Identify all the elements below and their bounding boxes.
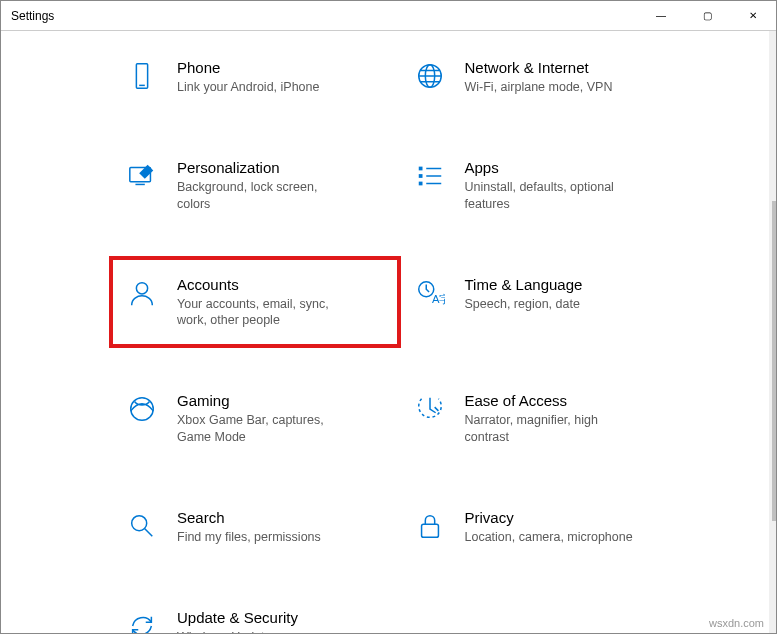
item-title: Ease of Access (465, 392, 635, 409)
item-desc: Windows Update, recovery, backup (177, 629, 347, 633)
item-desc: Link your Android, iPhone (177, 79, 319, 95)
maximize-button[interactable]: ▢ (684, 1, 730, 30)
minimize-button[interactable]: — (638, 1, 684, 30)
item-title: Apps (465, 159, 635, 176)
item-title: Update & Security (177, 609, 347, 626)
close-button[interactable]: ✕ (730, 1, 776, 30)
settings-item-search[interactable]: Search Find my files, permissions (121, 501, 389, 553)
item-title: Privacy (465, 509, 633, 526)
svg-rect-7 (418, 167, 422, 171)
phone-icon (125, 59, 159, 93)
apps-icon (413, 159, 447, 193)
svg-point-16 (131, 398, 154, 421)
privacy-icon (413, 509, 447, 543)
settings-item-accounts[interactable]: Accounts Your accounts, email, sync, wor… (109, 256, 401, 349)
gaming-icon (125, 392, 159, 426)
time-language-icon: A字 (413, 276, 447, 310)
settings-item-update[interactable]: Update & Security Windows Update, recove… (121, 601, 389, 633)
scrollbar-track[interactable] (769, 31, 776, 633)
item-desc: Find my files, permissions (177, 529, 321, 545)
ease-of-access-icon (413, 392, 447, 426)
item-title: Time & Language (465, 276, 583, 293)
settings-item-gaming[interactable]: Gaming Xbox Game Bar, captures, Game Mod… (121, 384, 389, 453)
settings-item-network[interactable]: Network & Internet Wi-Fi, airplane mode,… (409, 51, 677, 103)
item-title: Gaming (177, 392, 347, 409)
svg-text:A字: A字 (431, 293, 444, 305)
search-icon (125, 509, 159, 543)
item-desc: Xbox Game Bar, captures, Game Mode (177, 412, 347, 445)
item-desc: Speech, region, date (465, 296, 583, 312)
update-icon (125, 609, 159, 633)
scrollbar-thumb[interactable] (772, 201, 776, 521)
svg-point-13 (136, 282, 147, 293)
svg-rect-19 (421, 524, 438, 537)
settings-item-time-language[interactable]: A字 Time & Language Speech, region, date (409, 268, 677, 337)
watermark: wsxdn.com (709, 617, 764, 629)
svg-line-18 (145, 529, 153, 537)
item-desc: Uninstall, defaults, optional features (465, 179, 635, 212)
item-title: Search (177, 509, 321, 526)
settings-item-personalization[interactable]: Personalization Background, lock screen,… (121, 151, 389, 220)
svg-rect-9 (418, 182, 422, 186)
window-title: Settings (11, 9, 54, 23)
item-desc: Location, camera, microphone (465, 529, 633, 545)
item-title: Phone (177, 59, 319, 76)
item-desc: Background, lock screen, colors (177, 179, 347, 212)
settings-content: Phone Link your Android, iPhone Network … (1, 31, 776, 633)
window-controls: — ▢ ✕ (638, 1, 776, 30)
item-title: Personalization (177, 159, 347, 176)
svg-rect-8 (418, 174, 422, 178)
settings-grid: Phone Link your Android, iPhone Network … (121, 51, 676, 633)
svg-point-17 (132, 515, 147, 530)
settings-item-phone[interactable]: Phone Link your Android, iPhone (121, 51, 389, 103)
item-desc: Wi-Fi, airplane mode, VPN (465, 79, 613, 95)
settings-item-privacy[interactable]: Privacy Location, camera, microphone (409, 501, 677, 553)
titlebar: Settings — ▢ ✕ (1, 1, 776, 31)
item-title: Accounts (177, 276, 347, 293)
item-desc: Narrator, magnifier, high contrast (465, 412, 635, 445)
personalization-icon (125, 159, 159, 193)
settings-item-apps[interactable]: Apps Uninstall, defaults, optional featu… (409, 151, 677, 220)
accounts-icon (125, 276, 159, 310)
settings-item-ease-of-access[interactable]: Ease of Access Narrator, magnifier, high… (409, 384, 677, 453)
globe-icon (413, 59, 447, 93)
item-title: Network & Internet (465, 59, 613, 76)
svg-rect-0 (136, 64, 147, 88)
item-desc: Your accounts, email, sync, work, other … (177, 296, 347, 329)
